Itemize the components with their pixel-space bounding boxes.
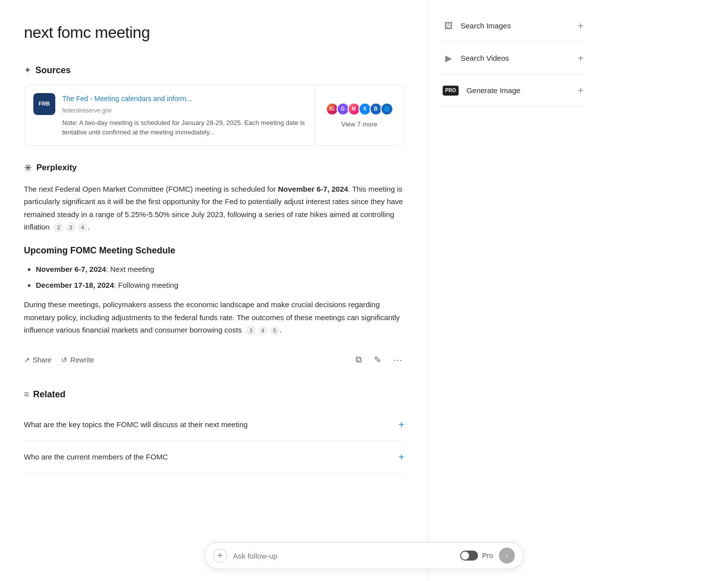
source-link[interactable]: The Fed - Meeting calendars and inform..… — [62, 93, 305, 104]
perplexity-label: Perplexity — [36, 161, 77, 174]
related-plus-1: + — [398, 417, 404, 433]
meeting-date-2: December 17-18, 2024 — [36, 281, 114, 289]
input-bar-wrapper: + Pro ↑ — [0, 542, 728, 569]
citation-b5[interactable]: 5 — [270, 326, 280, 336]
citation-4[interactable]: 4 — [78, 223, 88, 232]
answer-paragraph-2: During these meetings, policymakers asse… — [24, 298, 404, 337]
ask-followup-input[interactable] — [233, 552, 454, 560]
video-icon: ▶ — [443, 51, 455, 66]
source-card: FRB The Fed - Meeting calendars and info… — [24, 85, 404, 146]
action-left: ↗ Share ↺ Rewrite — [24, 354, 94, 366]
related-section: ≡ Related What are the key topics the FO… — [24, 387, 404, 473]
related-icon: ≡ — [24, 387, 29, 402]
action-bar: ↗ Share ↺ Rewrite ⧉ ✎ ⋯ — [24, 349, 404, 367]
source-main: FRB The Fed - Meeting calendars and info… — [24, 85, 314, 145]
sidebar-item-left-images: 🖼 Search Images — [443, 19, 511, 33]
perplexity-icon: ✳ — [24, 160, 32, 176]
meeting-item-2: December 17-18, 2024: Following meeting — [36, 279, 404, 291]
send-icon: ↑ — [505, 552, 509, 560]
source-logo: FRB — [33, 93, 55, 115]
perplexity-header: ✳ Perplexity — [24, 160, 404, 176]
pro-badge: PRO — [443, 86, 459, 96]
rewrite-button[interactable]: ↺ Rewrite — [61, 354, 94, 366]
related-header: ≡ Related — [24, 387, 404, 402]
source-info: The Fed - Meeting calendars and inform..… — [62, 93, 305, 137]
sidebar-plus-videos: + — [578, 50, 584, 66]
meeting-item-1: November 6-7, 2024: Next meeting — [36, 263, 404, 275]
sources-title: Sources — [35, 63, 71, 78]
citation-2[interactable]: 2 — [54, 223, 64, 232]
related-plus-2: + — [398, 449, 404, 465]
view-more-button[interactable]: View 7 more — [341, 120, 377, 128]
search-videos-label: Search Videos — [461, 52, 509, 64]
pro-toggle-label: Pro — [482, 550, 493, 561]
meeting-list: November 6-7, 2024: Next meeting Decembe… — [36, 263, 404, 291]
sidebar-item-search-images[interactable]: 🖼 Search Images + — [441, 10, 586, 42]
citation-b3[interactable]: 3 — [246, 326, 256, 336]
sidebar-plus-images: + — [578, 18, 584, 34]
share-button[interactable]: ↗ Share — [24, 354, 51, 366]
citation-badges-2: 3 4 5 — [246, 326, 280, 336]
avatar-6: 🌐 — [380, 103, 393, 116]
input-bar: + Pro ↑ — [205, 542, 523, 569]
share-icon: ↗ — [24, 356, 30, 364]
pro-toggle: Pro — [460, 550, 493, 561]
more-button[interactable]: ⋯ — [391, 352, 404, 367]
sources-section-header: ✦ Sources — [24, 63, 404, 78]
rewrite-icon: ↺ — [61, 356, 67, 364]
related-item-1-text: What are the key topics the FOMC will di… — [24, 419, 247, 431]
source-snippet: Note: A two-day meeting is scheduled for… — [62, 118, 305, 137]
avatar-group: IG G M X B 🌐 — [326, 103, 393, 116]
copy-button[interactable]: ⧉ — [354, 352, 364, 367]
related-item-1[interactable]: What are the key topics the FOMC will di… — [24, 409, 404, 441]
related-item-2[interactable]: Who are the current members of the FOMC … — [24, 441, 404, 473]
source-more: IG G M X B 🌐 View 7 more — [314, 85, 404, 145]
citation-b4[interactable]: 4 — [258, 326, 268, 336]
generate-image-label: Generate Image — [467, 85, 520, 97]
sidebar-item-left-generate: PRO Generate Image — [443, 85, 520, 97]
image-icon: 🖼 — [443, 19, 455, 33]
page-title: next fomc meeting — [24, 20, 404, 45]
related-item-2-text: Who are the current members of the FOMC — [24, 451, 168, 463]
related-title: Related — [33, 387, 66, 402]
citation-3[interactable]: 3 — [66, 223, 76, 232]
upcoming-title: Upcoming FOMC Meeting Schedule — [24, 243, 404, 258]
source-domain: federalreserve.gov — [62, 106, 305, 116]
sidebar-plus-generate: + — [578, 83, 584, 99]
citation-badges-1: 2 3 4 — [54, 223, 88, 232]
search-images-label: Search Images — [461, 20, 511, 32]
input-attach-button[interactable]: + — [213, 549, 227, 563]
edit-button[interactable]: ✎ — [372, 352, 383, 367]
sidebar-item-generate-image[interactable]: PRO Generate Image + — [441, 75, 586, 107]
send-button[interactable]: ↑ — [499, 548, 515, 564]
sidebar-item-left-videos: ▶ Search Videos — [443, 51, 509, 66]
sources-icon: ✦ — [24, 63, 31, 78]
sidebar-item-search-videos[interactable]: ▶ Search Videos + — [441, 42, 586, 75]
action-right: ⧉ ✎ ⋯ — [354, 352, 404, 367]
pro-toggle-switch[interactable] — [460, 551, 478, 561]
answer-paragraph-1: The next Federal Open Market Committee (… — [24, 183, 404, 233]
sidebar: 🖼 Search Images + ▶ Search Videos + PRO … — [428, 0, 598, 581]
meeting-date-1: November 6-7, 2024 — [36, 265, 106, 273]
